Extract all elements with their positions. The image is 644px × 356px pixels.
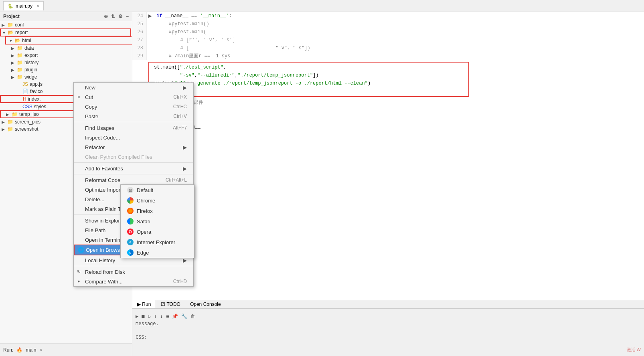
pin-button[interactable]: 📌 bbox=[172, 314, 178, 319]
folder-icon: 📂 bbox=[8, 30, 14, 35]
sidebar-icon-3[interactable]: ⚙ bbox=[118, 14, 123, 19]
menu-label: Cut bbox=[85, 94, 93, 100]
tree-item-history[interactable]: ▶ 📁 history bbox=[0, 59, 132, 66]
run-close[interactable]: × bbox=[39, 347, 42, 353]
tree-label: favico bbox=[30, 89, 43, 94]
console-text-2: CSS: bbox=[136, 334, 641, 340]
submenu-item-safari[interactable]: Safari bbox=[121, 216, 194, 227]
cut-icon: ✕ bbox=[77, 95, 81, 100]
menu-item-new[interactable]: New ▶ bbox=[74, 83, 193, 92]
tree-item-export[interactable]: ▶ 📁 export bbox=[0, 52, 132, 59]
menu-item-paste[interactable]: Paste Ctrl+V bbox=[74, 111, 193, 121]
run-gutter-icon[interactable]: ▶ bbox=[147, 12, 153, 20]
default-browser-icon: ⊡ bbox=[127, 187, 134, 193]
menu-item-copy[interactable]: Copy Ctrl+C bbox=[74, 102, 193, 111]
chevron-right-icon: ▶ bbox=[11, 53, 17, 58]
submenu-label: Chrome bbox=[137, 198, 155, 204]
run-panel-tab[interactable]: ▶ Run bbox=[132, 300, 156, 308]
menu-label: Add to Favorites bbox=[85, 166, 123, 172]
tree-item-conf[interactable]: ▶ 📁 conf bbox=[0, 21, 132, 28]
run-icon: 🔥 bbox=[16, 347, 22, 353]
line-number: 27 bbox=[132, 36, 147, 44]
reload-icon: ↻ bbox=[77, 269, 81, 275]
menu-item-reformat[interactable]: Reformat Code Ctrl+Alt+L bbox=[74, 175, 193, 185]
menu-item-cut[interactable]: ✕ Cut Ctrl+X bbox=[74, 92, 193, 102]
submenu-label: Default bbox=[137, 187, 153, 193]
submenu-item-default[interactable]: ⊡ Default bbox=[121, 185, 194, 195]
tree-label: data bbox=[24, 45, 34, 51]
trash-button[interactable]: 🗑 bbox=[190, 314, 195, 319]
menu-item-add-favorites[interactable]: Add to Favorites ▶ bbox=[74, 164, 193, 173]
shortcut-label: Ctrl+D bbox=[173, 279, 187, 284]
code-line-h3: system("allure generate ./report/temp_js… bbox=[151, 79, 467, 87]
code-line-h1: st.main(["./test_script", bbox=[151, 63, 467, 71]
tree-item-report[interactable]: ▼ 📂 report bbox=[0, 29, 131, 36]
menu-item-inspect[interactable]: Inspect Code... bbox=[74, 133, 193, 142]
code-line-26: 26 #pytest.main( bbox=[132, 28, 644, 36]
menu-label: Open in Browser bbox=[86, 247, 125, 253]
menu-item-compare[interactable]: ✶ Compare With... Ctrl+D bbox=[74, 277, 193, 286]
menu-label: Local History bbox=[85, 257, 115, 263]
menu-separator-3 bbox=[74, 174, 193, 174]
submenu-arrow-icon: ▶ bbox=[183, 85, 187, 91]
run-bar: Run: 🔥 main × bbox=[0, 343, 132, 356]
todo-tab[interactable]: ☑ TODO bbox=[156, 300, 185, 308]
submenu-item-chrome[interactable]: Chrome bbox=[121, 195, 194, 206]
menu-label: Compare With... bbox=[85, 279, 123, 285]
shortcut-label: Ctrl+V bbox=[173, 113, 187, 119]
sidebar-icon-4[interactable]: − bbox=[126, 14, 129, 19]
menu-label: Clean Python Compiled Files bbox=[85, 154, 152, 160]
bottom-tabs: ▶ Run ☑ TODO Open Console bbox=[132, 300, 644, 309]
scroll-down-button[interactable]: ↓ bbox=[160, 314, 163, 319]
menu-item-refactor[interactable]: Refactor ▶ bbox=[74, 142, 193, 152]
open-console-tab[interactable]: Open Console bbox=[185, 300, 226, 308]
filter-button[interactable]: 🔧 bbox=[181, 314, 187, 319]
code-line-extra1: # 还没发送邮件 bbox=[132, 99, 644, 107]
scroll-up-button[interactable]: ↑ bbox=[154, 314, 157, 319]
chevron-right-icon: ▶ bbox=[2, 23, 7, 27]
tree-label: index. bbox=[28, 96, 41, 102]
shortcut-label: Ctrl+X bbox=[173, 94, 187, 100]
tab-close-button[interactable]: × bbox=[36, 3, 39, 9]
submenu-item-opera[interactable]: O Opera bbox=[121, 227, 194, 237]
shortcut-label: Alt+F7 bbox=[173, 125, 187, 131]
folder-icon: 📁 bbox=[17, 53, 23, 58]
compare-icon: ✶ bbox=[77, 279, 81, 284]
tree-item-data[interactable]: ▶ 📁 data bbox=[0, 44, 132, 52]
folder-icon: 📁 bbox=[17, 45, 23, 51]
tree-label: screenshot bbox=[15, 126, 38, 132]
tree-label: conf bbox=[15, 22, 24, 28]
sidebar-icon-2[interactable]: ⇅ bbox=[111, 14, 115, 19]
opera-icon: O bbox=[127, 229, 134, 235]
folder-icon: 📁 bbox=[7, 119, 13, 125]
chrome-icon bbox=[127, 197, 134, 204]
tree-label: report bbox=[15, 30, 28, 35]
submenu-item-firefox[interactable]: Firefox bbox=[121, 206, 194, 216]
sidebar-icon-1[interactable]: ⊕ bbox=[104, 14, 108, 19]
submenu-item-edge[interactable]: e Edge bbox=[121, 247, 194, 258]
folder-icon: 📁 bbox=[7, 126, 13, 132]
sidebar-header-icons: ⊕ ⇅ ⚙ − bbox=[104, 14, 129, 19]
tree-item-plugin[interactable]: ▶ 📁 plugin bbox=[0, 66, 132, 73]
tree-item-widget[interactable]: ▶ 📁 widge bbox=[0, 73, 132, 81]
chevron-right-icon: ▶ bbox=[2, 127, 7, 131]
submenu-item-ie[interactable]: e Internet Explorer bbox=[121, 237, 194, 247]
browser-submenu: ⊡ Default Chrome Firefox Safari O Opera … bbox=[120, 184, 194, 258]
shortcut-label: Ctrl+C bbox=[173, 104, 187, 109]
menu-item-reload[interactable]: ↻ Reload from Disk bbox=[74, 267, 193, 277]
run-tab[interactable]: main bbox=[26, 347, 36, 353]
ie-icon: e bbox=[127, 239, 134, 245]
submenu-arrow-icon: ▶ bbox=[183, 144, 187, 150]
tree-item-html[interactable]: ▼ 📂 html bbox=[6, 37, 132, 44]
align-button[interactable]: ≡ bbox=[166, 314, 169, 319]
folder-icon: 📁 bbox=[17, 67, 23, 73]
console-output: ▶ ■ ↻ ↑ ↓ ≡ 📌 🔧 🗑 message. CSS: bbox=[132, 309, 644, 343]
js-file-icon: JS bbox=[22, 81, 28, 87]
highlighted-code-block: st.main(["./test_script", "-sv","--allur… bbox=[148, 62, 469, 97]
editor-area: 24 ▶ if __name__ == '__main__': 25 #pyte… bbox=[132, 12, 644, 356]
stop-button[interactable]: ■ bbox=[142, 314, 144, 319]
reload-button[interactable]: ↻ bbox=[148, 314, 150, 319]
menu-item-find-usages[interactable]: Find Usages Alt+F7 bbox=[74, 123, 193, 133]
editor-tab[interactable]: 🐍 main.py × bbox=[3, 1, 44, 10]
play-button[interactable]: ▶ bbox=[136, 314, 138, 319]
